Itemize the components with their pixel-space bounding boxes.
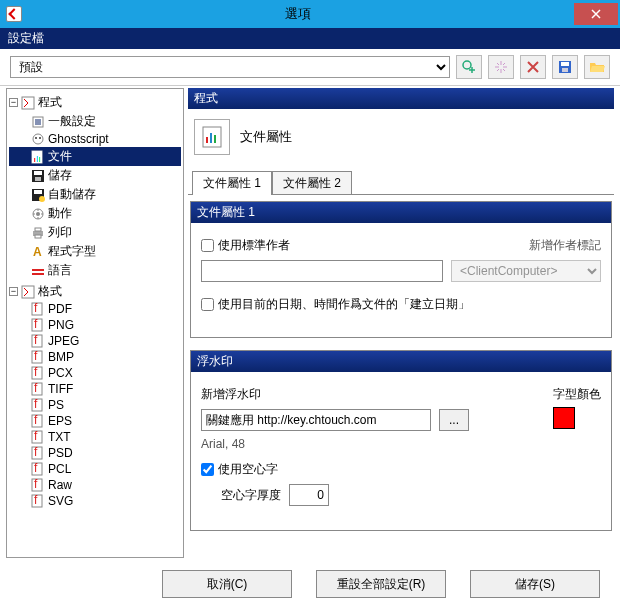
tree-item-autosave[interactable]: 自動儲存 <box>9 185 181 204</box>
reset-all-button[interactable]: 重設全部設定(R) <box>316 570 446 598</box>
tabs: 文件屬性 1 文件屬性 2 <box>188 171 614 195</box>
svg-rect-17 <box>34 190 42 194</box>
svg-rect-56 <box>206 137 208 143</box>
tree-item-label: JPEG <box>48 334 79 348</box>
document-icon <box>31 150 45 164</box>
svg-rect-22 <box>35 228 41 231</box>
general-icon <box>31 115 45 129</box>
tree-item-label: 程式字型 <box>48 243 96 260</box>
tree-item-pdf[interactable]: fPDF <box>9 301 181 317</box>
add-profile-button[interactable] <box>456 55 482 79</box>
collapse-icon: − <box>9 287 18 296</box>
tree-root-format[interactable]: − 格式 <box>9 282 181 301</box>
checkbox-label: 使用標準作者 <box>218 237 290 254</box>
save-button[interactable]: 儲存(S) <box>470 570 600 598</box>
svg-icon: f <box>31 494 45 508</box>
add-watermark-label: 新增浮水印 <box>201 386 545 403</box>
tree-root-program[interactable]: − 程式 <box>9 93 181 112</box>
save-profile-button[interactable] <box>552 55 578 79</box>
font-color-label: 字型顏色 <box>553 386 601 403</box>
tree-item-pcl[interactable]: fPCL <box>9 461 181 477</box>
delete-profile-button[interactable] <box>520 55 546 79</box>
svg-rect-23 <box>35 235 41 238</box>
svg-rect-57 <box>210 133 212 143</box>
profile-select[interactable]: 預設 <box>10 56 450 78</box>
window-title: 選項 <box>22 5 574 23</box>
author-tag-select[interactable]: <ClientComputer> <box>451 260 601 282</box>
use-outline-checkbox[interactable]: 使用空心字 <box>201 461 278 478</box>
tree-item-pcx[interactable]: fPCX <box>9 365 181 381</box>
tree-item-font[interactable]: A程式字型 <box>9 242 181 261</box>
svg-point-0 <box>463 61 471 69</box>
jpeg-icon: f <box>31 334 45 348</box>
tree-item-jpeg[interactable]: fJPEG <box>9 333 181 349</box>
tree-item-tiff[interactable]: fTIFF <box>9 381 181 397</box>
pdf-app-icon <box>21 96 35 110</box>
checkbox-label: 使用目前的日期、時間作爲文件的「建立日期」 <box>218 296 470 313</box>
tree-item-label: TIFF <box>48 382 73 396</box>
nav-tree[interactable]: − 程式 一般設定Ghostscript文件儲存自動儲存動作列印A程式字型語言 … <box>6 88 184 558</box>
author-input[interactable] <box>201 260 443 282</box>
svg-rect-12 <box>39 157 41 162</box>
use-current-date-checkbox[interactable]: 使用目前的日期、時間作爲文件的「建立日期」 <box>201 296 470 313</box>
tree-item-label: BMP <box>48 350 74 364</box>
eps-icon: f <box>31 414 45 428</box>
tree-item-label: Ghostscript <box>48 132 109 146</box>
watermark-text-input[interactable] <box>201 409 431 431</box>
tree-item-label: 動作 <box>48 205 72 222</box>
pdf-app-icon <box>21 285 35 299</box>
svg-rect-10 <box>34 158 36 162</box>
raw-icon: f <box>31 478 45 492</box>
tree-item-general[interactable]: 一般設定 <box>9 112 181 131</box>
font-color-swatch[interactable] <box>553 407 575 429</box>
content-pane: 程式 文件屬性 文件屬性 1 文件屬性 2 文件屬性 1 使用標準作者 <box>188 88 614 558</box>
tree-item-ps[interactable]: fPS <box>9 397 181 413</box>
tab-properties-2[interactable]: 文件屬性 2 <box>272 171 352 195</box>
png-icon: f <box>31 318 45 332</box>
tree-item-label: 語言 <box>48 262 72 279</box>
tree-item-eps[interactable]: fEPS <box>9 413 181 429</box>
tab-properties-1[interactable]: 文件屬性 1 <box>192 171 272 195</box>
svg-point-6 <box>33 134 43 144</box>
profile-header: 設定檔 <box>0 28 620 49</box>
tree-item-bmp[interactable]: fBMP <box>9 349 181 365</box>
tree-item-language[interactable]: 語言 <box>9 261 181 280</box>
open-folder-button[interactable] <box>584 55 610 79</box>
tree-item-png[interactable]: fPNG <box>9 317 181 333</box>
tree-item-psd[interactable]: fPSD <box>9 445 181 461</box>
watermark-font-button[interactable]: ... <box>439 409 469 431</box>
tree-item-ghostscript[interactable]: Ghostscript <box>9 131 181 147</box>
close-button[interactable] <box>574 3 618 25</box>
use-standard-author-checkbox[interactable]: 使用標準作者 <box>201 237 290 254</box>
panel-doc-properties: 文件屬性 1 使用標準作者 新增作者標記 <ClientComputer> <box>190 201 612 338</box>
tree-item-print[interactable]: 列印 <box>9 223 181 242</box>
tree-item-label: TXT <box>48 430 71 444</box>
pdf-icon: f <box>31 302 45 316</box>
ps-icon: f <box>31 398 45 412</box>
tree-item-actions[interactable]: 動作 <box>9 204 181 223</box>
sparkle-icon <box>493 59 509 75</box>
collapse-icon: − <box>9 98 18 107</box>
tree-item-raw[interactable]: fRaw <box>9 477 181 493</box>
tree-item-document[interactable]: 文件 <box>9 147 181 166</box>
svg-point-7 <box>35 137 37 139</box>
font-icon: A <box>31 245 45 259</box>
tree-item-svg[interactable]: fSVG <box>9 493 181 509</box>
app-icon <box>6 6 22 22</box>
tree-item-label: PS <box>48 398 64 412</box>
sparkle-button[interactable] <box>488 55 514 79</box>
cancel-button[interactable]: 取消(C) <box>162 570 292 598</box>
outline-thickness-input[interactable] <box>289 484 329 506</box>
tree-item-label: 一般設定 <box>48 113 96 130</box>
bmp-icon: f <box>31 350 45 364</box>
tree-item-txt[interactable]: fTXT <box>9 429 181 445</box>
save-icon <box>31 169 45 183</box>
folder-icon <box>589 59 605 75</box>
tree-item-save[interactable]: 儲存 <box>9 166 181 185</box>
outline-thickness-label: 空心字厚度 <box>221 487 281 504</box>
ghostscript-icon <box>31 132 45 146</box>
tree-item-label: Raw <box>48 478 72 492</box>
tree-root-label: 格式 <box>38 283 62 300</box>
panel-header: 文件屬性 1 <box>191 202 611 223</box>
txt-icon: f <box>31 430 45 444</box>
